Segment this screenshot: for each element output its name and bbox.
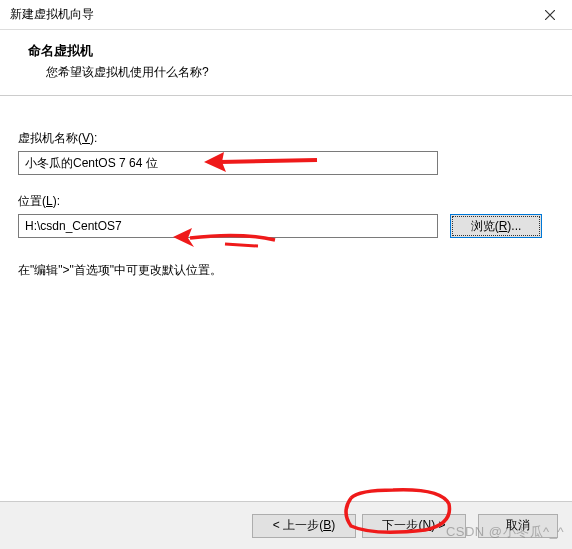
- window-title: 新建虚拟机向导: [10, 6, 94, 23]
- page-title: 命名虚拟机: [28, 42, 552, 60]
- titlebar: 新建虚拟机向导: [0, 0, 572, 30]
- cancel-button[interactable]: 取消: [478, 514, 558, 538]
- close-icon: [545, 10, 555, 20]
- location-note: 在"编辑">"首选项"中可更改默认位置。: [18, 262, 554, 279]
- next-button[interactable]: 下一步(N) >: [362, 514, 466, 538]
- location-label: 位置(L):: [18, 193, 554, 210]
- browse-button[interactable]: 浏览(R)...: [450, 214, 542, 238]
- button-bar: < 上一步(B) 下一步(N) > 取消: [0, 501, 572, 549]
- vm-name-label: 虚拟机名称(V):: [18, 130, 554, 147]
- wizard-header: 命名虚拟机 您希望该虚拟机使用什么名称?: [0, 30, 572, 96]
- page-subtitle: 您希望该虚拟机使用什么名称?: [46, 64, 552, 81]
- location-input[interactable]: [18, 214, 438, 238]
- location-row: 浏览(R)...: [18, 214, 554, 238]
- back-button[interactable]: < 上一步(B): [252, 514, 356, 538]
- close-button[interactable]: [527, 0, 572, 30]
- vm-name-input[interactable]: [18, 151, 438, 175]
- content-area: 虚拟机名称(V): 位置(L): 浏览(R)... 在"编辑">"首选项"中可更…: [0, 96, 572, 289]
